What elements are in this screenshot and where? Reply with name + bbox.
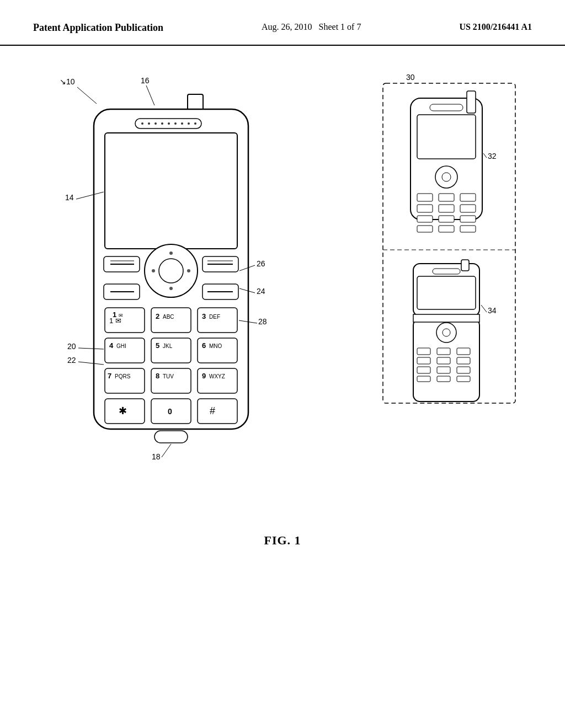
svg-point-13 xyxy=(174,122,177,125)
svg-rect-97 xyxy=(417,216,433,222)
svg-text:30: 30 xyxy=(406,73,415,82)
svg-line-4 xyxy=(146,85,154,105)
svg-text:GHI: GHI xyxy=(116,343,126,349)
svg-point-15 xyxy=(188,122,190,125)
svg-point-113 xyxy=(443,329,450,336)
svg-text:↘: ↘ xyxy=(60,77,66,86)
svg-point-31 xyxy=(187,269,190,272)
svg-point-14 xyxy=(181,122,183,125)
svg-line-127 xyxy=(481,305,487,312)
svg-point-11 xyxy=(161,122,163,125)
svg-point-30 xyxy=(152,269,155,272)
svg-text:10: 10 xyxy=(66,77,75,86)
svg-text:8: 8 xyxy=(156,372,159,380)
svg-line-1 xyxy=(77,87,97,104)
svg-rect-125 xyxy=(457,376,470,382)
svg-text:18: 18 xyxy=(152,452,161,461)
svg-text:16: 16 xyxy=(141,76,150,85)
svg-text:MNO: MNO xyxy=(209,343,222,349)
svg-point-16 xyxy=(194,122,196,125)
svg-text:20: 20 xyxy=(67,342,76,351)
svg-rect-114 xyxy=(417,348,430,355)
svg-point-27 xyxy=(159,259,183,283)
svg-rect-107 xyxy=(461,260,469,271)
svg-text:2: 2 xyxy=(156,312,159,320)
svg-text:WXYZ: WXYZ xyxy=(209,373,225,379)
svg-text:24: 24 xyxy=(257,287,265,296)
page-header: Patent Application Publication Aug. 26, … xyxy=(0,0,565,46)
svg-rect-111 xyxy=(413,314,479,322)
svg-text:32: 32 xyxy=(488,152,497,160)
svg-rect-122 xyxy=(457,367,470,373)
main-phone-svg: 10 ↘ 16 14 xyxy=(33,68,309,498)
svg-text:5: 5 xyxy=(156,341,159,350)
svg-rect-109 xyxy=(417,276,476,309)
svg-rect-94 xyxy=(417,205,433,212)
svg-text:ABC: ABC xyxy=(163,314,174,320)
main-phone-diagram: 10 ↘ 16 14 xyxy=(33,68,320,500)
svg-point-90 xyxy=(442,173,451,181)
svg-rect-115 xyxy=(437,348,450,355)
svg-text:#: # xyxy=(210,405,215,416)
publication-label: Patent Application Publication xyxy=(33,22,163,34)
svg-text:DEF: DEF xyxy=(209,314,220,320)
svg-text:28: 28 xyxy=(258,317,267,326)
svg-rect-123 xyxy=(417,376,430,382)
svg-text:22: 22 xyxy=(67,356,76,365)
svg-text:PQRS: PQRS xyxy=(115,373,131,379)
svg-text:34: 34 xyxy=(488,306,497,315)
svg-line-104 xyxy=(483,153,487,158)
svg-rect-93 xyxy=(460,194,476,201)
svg-rect-78 xyxy=(154,431,188,443)
svg-text:JKL: JKL xyxy=(163,343,173,349)
svg-text:26: 26 xyxy=(257,259,265,268)
svg-point-12 xyxy=(168,122,170,125)
svg-rect-101 xyxy=(439,226,454,232)
svg-text:✱: ✱ xyxy=(119,405,127,416)
svg-rect-76 xyxy=(198,399,237,424)
right-phone-diagrams: 30 xyxy=(377,68,532,500)
figure-caption: FIG. 1 xyxy=(0,533,565,548)
svg-rect-100 xyxy=(417,226,433,232)
svg-rect-86 xyxy=(467,91,476,113)
svg-rect-99 xyxy=(460,216,476,222)
svg-text:4: 4 xyxy=(109,341,114,350)
svg-rect-95 xyxy=(439,205,454,212)
svg-rect-91 xyxy=(417,194,433,201)
svg-point-29 xyxy=(169,287,173,290)
svg-line-80 xyxy=(162,444,171,457)
svg-rect-117 xyxy=(417,357,430,364)
patent-number-label: US 2100/216441 A1 xyxy=(459,22,532,32)
svg-point-28 xyxy=(169,251,173,255)
svg-rect-17 xyxy=(105,133,237,249)
svg-point-10 xyxy=(154,122,157,125)
svg-rect-120 xyxy=(417,367,430,373)
date-sheet-label: Aug. 26, 2010 Sheet 1 of 7 xyxy=(262,22,361,32)
svg-text:TUV: TUV xyxy=(163,373,174,379)
svg-rect-124 xyxy=(437,376,450,382)
svg-text:9: 9 xyxy=(202,372,206,380)
svg-rect-116 xyxy=(457,348,470,355)
svg-rect-119 xyxy=(457,357,470,364)
svg-text:7: 7 xyxy=(108,372,111,380)
svg-rect-121 xyxy=(437,367,450,373)
svg-text:1: 1 xyxy=(113,311,116,319)
svg-text:6: 6 xyxy=(202,341,206,350)
svg-text:✉: ✉ xyxy=(119,313,123,318)
svg-rect-88 xyxy=(417,115,476,159)
main-content: 10 ↘ 16 14 xyxy=(0,46,565,522)
sheet-label: Sheet 1 of 7 xyxy=(319,22,361,31)
date-label: Aug. 26, 2010 xyxy=(262,22,312,31)
right-phones-svg: 30 xyxy=(377,68,532,454)
svg-text:0: 0 xyxy=(168,407,172,416)
svg-rect-98 xyxy=(439,216,454,222)
svg-point-8 xyxy=(141,122,143,125)
svg-rect-102 xyxy=(460,226,476,232)
svg-rect-118 xyxy=(437,357,450,364)
svg-point-9 xyxy=(148,122,150,125)
svg-rect-92 xyxy=(439,194,454,201)
svg-text:3: 3 xyxy=(202,312,206,320)
svg-rect-96 xyxy=(460,205,476,212)
svg-text:14: 14 xyxy=(65,193,74,202)
